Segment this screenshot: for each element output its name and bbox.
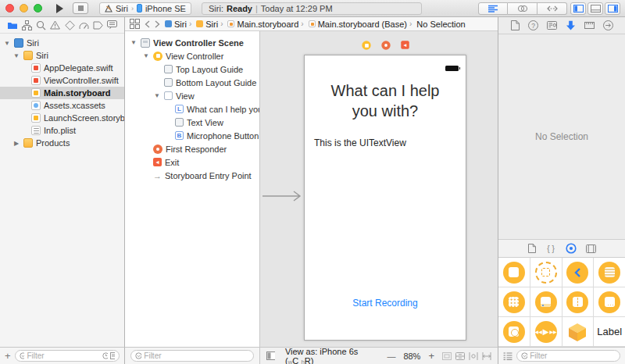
library-item-label[interactable]: Label bbox=[594, 317, 625, 346]
project-navigator-tab[interactable] bbox=[7, 21, 18, 30]
breadcrumb-project[interactable]: Siri bbox=[165, 20, 187, 29]
view-as-label[interactable]: View as: iPhone 6s (wC hR) bbox=[285, 347, 372, 364]
view-controller-dock-icon[interactable] bbox=[362, 41, 370, 49]
outline-row-bottom-layout-guide[interactable]: Bottom Layout Guide bbox=[125, 76, 259, 89]
zoom-in-button[interactable]: + bbox=[428, 350, 434, 362]
tree-row-file[interactable]: LaunchScreen.storyboard bbox=[0, 112, 124, 124]
storyboard-entry-point-arrow[interactable] bbox=[262, 190, 305, 202]
outline-row-entry-point[interactable]: → Storyboard Entry Point bbox=[125, 169, 259, 182]
breakpoint-navigator-tab[interactable] bbox=[93, 21, 103, 30]
tree-row-group[interactable]: ▶ Products bbox=[0, 137, 124, 149]
disclosure-triangle-icon[interactable]: ▼ bbox=[12, 52, 20, 59]
symbol-navigator-tab[interactable] bbox=[22, 20, 32, 30]
media-library-tab[interactable] bbox=[586, 244, 596, 253]
outline-row-top-layout-guide[interactable]: Top Layout Guide bbox=[125, 62, 259, 76]
uitextview[interactable]: This is the UITextView bbox=[314, 137, 406, 148]
update-frames-button[interactable] bbox=[442, 352, 452, 360]
assistant-editor-button[interactable] bbox=[508, 2, 538, 15]
library-item-object[interactable] bbox=[562, 317, 594, 346]
breadcrumb-group[interactable]: Siri bbox=[189, 20, 218, 29]
filter-input[interactable] bbox=[144, 352, 249, 360]
toggle-navigator-button[interactable] bbox=[570, 2, 586, 15]
search-navigator-tab[interactable] bbox=[36, 20, 46, 30]
library-item-glkit-view-controller[interactable] bbox=[498, 317, 530, 346]
tree-row-file[interactable]: Assets.xcassets bbox=[0, 99, 124, 112]
disclosure-triangle-icon[interactable]: ▼ bbox=[3, 40, 11, 47]
tree-row-group[interactable]: ▼ Siri bbox=[0, 49, 124, 62]
outline-row-label[interactable]: L What can I help you with? bbox=[125, 102, 259, 116]
library-item-tab-bar-controller[interactable] bbox=[530, 287, 562, 316]
outline-filter-field[interactable] bbox=[130, 350, 254, 362]
file-inspector-tab[interactable] bbox=[511, 20, 520, 30]
breadcrumb-file[interactable]: Main.storyboard bbox=[220, 20, 298, 29]
pin-constraints-button[interactable] bbox=[482, 352, 491, 360]
tree-row-project[interactable]: ▼ Siri bbox=[0, 37, 124, 49]
view-controller-scene[interactable]: What can I help you with? This is the UI… bbox=[304, 55, 466, 341]
version-editor-button[interactable] bbox=[538, 2, 567, 15]
forward-button[interactable] bbox=[155, 20, 160, 28]
library-item-table-view-controller[interactable] bbox=[594, 258, 625, 287]
minimize-window-button[interactable] bbox=[20, 4, 28, 12]
library-filter-field[interactable] bbox=[516, 350, 620, 362]
connections-inspector-tab[interactable] bbox=[603, 20, 613, 30]
disclosure-triangle-icon[interactable]: ▼ bbox=[142, 52, 150, 59]
tree-row-file-selected[interactable]: Main.storyboard bbox=[0, 87, 124, 99]
tree-row-file[interactable]: ViewController.swift bbox=[0, 74, 124, 87]
library-item-view-controller[interactable] bbox=[498, 258, 530, 287]
outline-row-button[interactable]: B Microphone Button bbox=[125, 129, 259, 142]
clock-icon[interactable] bbox=[102, 352, 108, 359]
first-responder-dock-icon[interactable] bbox=[381, 41, 390, 49]
filter-input[interactable] bbox=[27, 352, 100, 360]
outline-row-exit[interactable]: ◂ Exit bbox=[125, 155, 259, 169]
identity-inspector-tab[interactable] bbox=[547, 21, 557, 30]
outline-row-scene[interactable]: ▼ View Controller Scene bbox=[125, 36, 259, 49]
stop-button[interactable] bbox=[73, 2, 88, 14]
file-template-library-tab[interactable] bbox=[528, 244, 536, 253]
attributes-inspector-tab[interactable] bbox=[566, 20, 576, 30]
start-recording-button[interactable]: Start Recording bbox=[305, 298, 466, 309]
library-item-avkit-player-view-controller[interactable]: ◀◀▶▶▶ bbox=[530, 317, 562, 346]
run-button[interactable] bbox=[56, 4, 63, 13]
toggle-debug-area-button[interactable] bbox=[588, 2, 603, 15]
outline-row-first-responder[interactable]: First Responder bbox=[125, 142, 259, 155]
library-item-page-view-controller[interactable] bbox=[594, 287, 625, 316]
code-snippet-library-tab[interactable]: { } bbox=[545, 244, 556, 253]
changes-icon[interactable] bbox=[110, 352, 115, 359]
scheme-selector[interactable]: Siri › iPhone SE bbox=[99, 2, 191, 15]
outline-row-view-controller[interactable]: ▼ View Controller bbox=[125, 49, 259, 62]
report-navigator-tab[interactable] bbox=[107, 20, 117, 30]
add-file-button[interactable]: + bbox=[5, 352, 11, 360]
toggle-utilities-button[interactable] bbox=[605, 2, 620, 15]
quick-help-inspector-tab[interactable]: ? bbox=[528, 20, 538, 30]
toggle-document-outline-icon[interactable] bbox=[266, 352, 275, 360]
breadcrumb-base[interactable]: Main.storyboard (Base) bbox=[301, 20, 407, 29]
size-inspector-tab[interactable] bbox=[584, 22, 595, 29]
debug-navigator-tab[interactable] bbox=[79, 21, 89, 30]
disclosure-triangle-icon[interactable]: ▼ bbox=[130, 39, 138, 46]
question-label[interactable]: What can I help you with? bbox=[317, 80, 454, 121]
embed-stack-button[interactable] bbox=[455, 352, 465, 360]
library-item-navigation-controller[interactable] bbox=[562, 258, 594, 287]
outline-row-text-view[interactable]: Text View bbox=[125, 116, 259, 129]
library-item-collection-view-controller[interactable] bbox=[498, 287, 530, 316]
tree-row-file[interactable]: Info.plist bbox=[0, 124, 124, 137]
back-button[interactable] bbox=[145, 20, 150, 28]
zoom-out-button[interactable]: — bbox=[387, 352, 395, 361]
standard-editor-button[interactable] bbox=[478, 2, 508, 15]
exit-dock-icon[interactable]: ◂ bbox=[401, 41, 409, 48]
breadcrumb-selection[interactable]: No Selection bbox=[409, 20, 466, 29]
storyboard-canvas[interactable]: ◂ What can I help you with? This is the … bbox=[259, 31, 498, 347]
close-window-button[interactable] bbox=[5, 4, 14, 12]
object-library-tab[interactable] bbox=[566, 243, 577, 254]
outline-row-view[interactable]: ▼ View bbox=[125, 89, 259, 102]
zoom-level[interactable]: 88% bbox=[403, 352, 420, 361]
library-item-storyboard-reference[interactable] bbox=[530, 258, 562, 287]
related-items-icon[interactable] bbox=[130, 19, 140, 29]
tree-row-file[interactable]: AppDelegate.swift bbox=[0, 62, 124, 74]
library-item-split-view-controller[interactable] bbox=[562, 287, 594, 316]
navigator-filter-field[interactable] bbox=[15, 350, 120, 362]
disclosure-triangle-icon[interactable]: ▶ bbox=[12, 140, 20, 147]
zoom-window-button[interactable] bbox=[34, 4, 42, 12]
issue-navigator-tab[interactable] bbox=[50, 20, 60, 30]
test-navigator-tab[interactable] bbox=[65, 20, 75, 30]
